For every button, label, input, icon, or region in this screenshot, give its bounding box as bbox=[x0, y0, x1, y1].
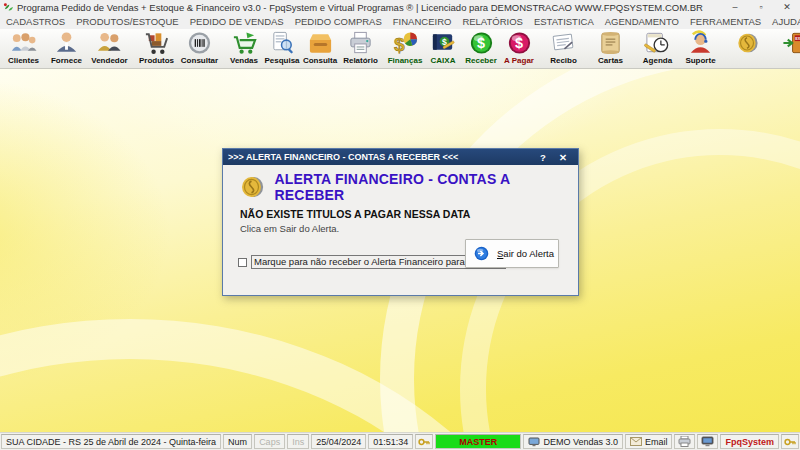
menu-agendamento[interactable]: AGENDAMENTO bbox=[605, 16, 679, 27]
menu-pedido-vendas[interactable]: PEDIDO DE VENDAS bbox=[190, 16, 284, 27]
menu-cadastros[interactable]: CADASTROS bbox=[6, 16, 65, 27]
status-num-lock: Num bbox=[223, 434, 252, 449]
status-brand: FpqSystem bbox=[720, 434, 779, 449]
close-button[interactable]: ✕ bbox=[774, 2, 800, 12]
cashbook-icon: $ bbox=[430, 30, 457, 56]
search-doc-icon bbox=[269, 30, 296, 56]
dialog-heading-row: ALERTA FINANCEIRO - CONTAS A RECEBER bbox=[239, 171, 578, 203]
menu-produtos-estoque[interactable]: PRODUTOS/ESTOQUE bbox=[76, 16, 179, 27]
receipt-icon bbox=[550, 30, 577, 56]
blue-arrow-icon bbox=[474, 246, 489, 261]
monitor-icon bbox=[528, 437, 540, 447]
scroll-icon bbox=[597, 30, 624, 56]
svg-text:$: $ bbox=[393, 34, 404, 55]
toolbar-apagar-button[interactable]: $ A Pagar bbox=[500, 29, 538, 68]
toolbar-exit-button[interactable]: EXIT bbox=[773, 29, 800, 68]
dialog-titlebar[interactable]: >>> ALERTA FINANCEIRO - CONTAS A RECEBER… bbox=[223, 149, 578, 165]
toolbar-label: A Pagar bbox=[504, 56, 534, 66]
toolbar-label: Relatório bbox=[343, 56, 378, 66]
toolbar-clientes-button[interactable]: Clientes bbox=[2, 29, 45, 68]
window-title: Programa Pedido de Vendas + Estoque & Fi… bbox=[17, 2, 722, 13]
status-date: 25/04/2024 bbox=[311, 434, 366, 449]
dialog-message: NÃO EXISTE TITULOS A PAGAR NESSA DATA bbox=[240, 208, 470, 220]
toolbar-label: Consulta bbox=[303, 56, 337, 66]
toolbar-label: Clientes bbox=[8, 56, 39, 66]
alerta-financeiro-dialog: >>> ALERTA FINANCEIRO - CONTAS A RECEBER… bbox=[222, 148, 579, 296]
window-titlebar: Programa Pedido de Vendas + Estoque & Fi… bbox=[0, 0, 800, 14]
toolbar-vendas-button[interactable]: Vendas bbox=[225, 29, 263, 68]
maximize-button[interactable]: ▫ bbox=[748, 2, 774, 12]
dont-show-checkbox[interactable] bbox=[238, 258, 247, 267]
main-toolbar: Clientes Fornece Vendedor Produtos Consu… bbox=[0, 29, 800, 69]
exit-door-icon: EXIT bbox=[781, 30, 800, 56]
menu-pedido-compras[interactable]: PEDIDO COMPRAS bbox=[295, 16, 382, 27]
status-location: SUA CIDADE - RS 25 de Abril de 2024 - Qu… bbox=[1, 434, 221, 449]
barcode-icon bbox=[186, 30, 213, 56]
svg-text:EXIT: EXIT bbox=[795, 37, 800, 41]
toolbar-produtos-button[interactable]: Produtos bbox=[135, 29, 178, 68]
toolbar-label: Pesquisa bbox=[264, 56, 299, 66]
toolbar-label: Recibo bbox=[550, 56, 577, 66]
toolbar-financas-button[interactable]: $ Finanças bbox=[386, 29, 424, 68]
status-user-key bbox=[415, 434, 433, 449]
toolbar-label: Receber bbox=[465, 56, 497, 66]
menu-bar: CADASTROS PRODUTOS/ESTOQUE PEDIDO DE VEN… bbox=[0, 14, 800, 29]
menu-ajuda[interactable]: AJUDA bbox=[772, 16, 800, 27]
status-time: 01:51:34 bbox=[368, 434, 413, 449]
toolbar-receber-button[interactable]: $ Receber bbox=[462, 29, 500, 68]
dialog-close-button[interactable]: ✕ bbox=[553, 152, 573, 163]
status-bar: SUA CIDADE - RS 25 de Abril de 2024 - Qu… bbox=[0, 432, 800, 450]
pay-dollar-icon: $ bbox=[506, 30, 533, 56]
toolbar-label: Consultar bbox=[181, 56, 218, 66]
toolbar-cartas-button[interactable]: Cartas bbox=[589, 29, 632, 68]
status-email[interactable]: Email bbox=[625, 434, 673, 449]
menu-estatistica[interactable]: ESTATISTICA bbox=[534, 16, 594, 27]
application-window: Programa Pedido de Vendas + Estoque & Fi… bbox=[0, 0, 800, 450]
toolbar-caixa-button[interactable]: $ CAIXA bbox=[424, 29, 462, 68]
key-icon bbox=[418, 437, 430, 447]
toolbar-pesquisa-button[interactable]: Pesquisa bbox=[263, 29, 301, 68]
toolbar-label: Fornece bbox=[51, 56, 82, 66]
sair-do-alerta-button[interactable]: Sair do Alerta bbox=[465, 239, 559, 268]
sales-cart-icon bbox=[231, 30, 258, 56]
status-access-key bbox=[781, 434, 799, 449]
minimize-button[interactable]: – bbox=[722, 2, 748, 12]
app-logo-icon bbox=[3, 2, 14, 13]
menu-ferramentas[interactable]: FERRAMENTAS bbox=[690, 16, 761, 27]
dialog-submessage: Clica em Sair do Alerta. bbox=[240, 223, 339, 234]
svg-text:$: $ bbox=[477, 35, 485, 51]
receive-dollar-icon: $ bbox=[468, 30, 495, 56]
toolbar-vendedor-button[interactable]: Vendedor bbox=[88, 29, 131, 68]
coin-icon bbox=[734, 30, 761, 56]
status-master-badge: MASTER bbox=[435, 434, 521, 449]
printer-report-icon bbox=[347, 30, 374, 56]
toolbar-consultar-button[interactable]: Consultar bbox=[178, 29, 221, 68]
status-caps-lock: Caps bbox=[254, 434, 285, 449]
menu-relatorios[interactable]: RELATÓRIOS bbox=[462, 16, 523, 27]
status-printer[interactable] bbox=[674, 434, 695, 449]
toolbar-label: Finanças bbox=[388, 56, 423, 66]
sellers-icon bbox=[96, 30, 123, 56]
status-terminal[interactable] bbox=[697, 434, 718, 449]
toolbar-recibo-button[interactable]: Recibo bbox=[542, 29, 585, 68]
status-insert: Ins bbox=[287, 434, 309, 449]
toolbar-consulta-button[interactable]: Consulta bbox=[301, 29, 339, 68]
computer-icon bbox=[701, 436, 714, 447]
toolbar-agenda-button[interactable]: Agenda bbox=[636, 29, 679, 68]
dialog-title: >>> ALERTA FINANCEIRO - CONTAS A RECEBER… bbox=[228, 152, 533, 162]
dialog-help-button[interactable]: ? bbox=[533, 152, 553, 163]
status-demo-version: DEMO Vendas 3.0 bbox=[523, 434, 623, 449]
toolbar-label: CAIXA bbox=[431, 56, 456, 66]
gold-coin-icon bbox=[239, 174, 266, 200]
toolbar-fornece-button[interactable]: Fornece bbox=[45, 29, 88, 68]
finance-pie-icon: $ bbox=[392, 30, 419, 56]
toolbar-label: Agenda bbox=[643, 56, 672, 66]
support-icon bbox=[687, 30, 714, 56]
toolbar-coin-button[interactable] bbox=[726, 29, 769, 68]
toolbar-suporte-button[interactable]: Suporte bbox=[679, 29, 722, 68]
toolbar-label: Vendas bbox=[230, 56, 258, 66]
toolbar-relatorio-button[interactable]: Relatório bbox=[339, 29, 382, 68]
menu-financeiro[interactable]: FINANCEIRO bbox=[393, 16, 452, 27]
key-icon bbox=[784, 437, 796, 447]
agenda-icon bbox=[644, 30, 671, 56]
